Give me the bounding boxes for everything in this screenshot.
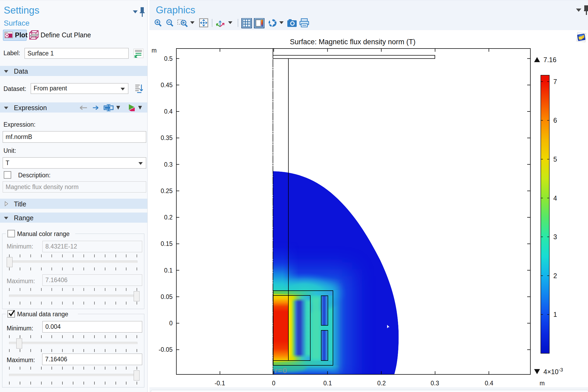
svg-text:0: 0 (169, 320, 173, 327)
svg-text:Surface: Magnetic flux density: Surface: Magnetic flux density norm (T) (290, 38, 415, 46)
svg-text:0.25: 0.25 (161, 187, 173, 194)
svg-text:4: 4 (553, 194, 557, 202)
svg-text:5: 5 (553, 155, 557, 163)
svg-text:3: 3 (553, 233, 557, 241)
svg-text:0: 0 (272, 380, 276, 387)
svg-text:0.45: 0.45 (161, 82, 173, 89)
svg-text:1: 1 (553, 311, 557, 318)
svg-text:-0.1: -0.1 (214, 380, 225, 387)
svg-text:0.4: 0.4 (485, 380, 493, 387)
svg-text:0.2: 0.2 (164, 214, 173, 221)
svg-text:0.1: 0.1 (164, 267, 173, 274)
svg-text:0.3: 0.3 (164, 161, 173, 168)
svg-text:m: m (539, 380, 545, 387)
svg-text:r=0: r=0 (275, 366, 287, 375)
svg-text:0.4: 0.4 (164, 108, 173, 115)
svg-text:6: 6 (553, 117, 557, 124)
svg-text:2: 2 (553, 272, 557, 279)
svg-text:0.5: 0.5 (164, 55, 173, 62)
svg-text:0.35: 0.35 (161, 134, 173, 141)
svg-text:7.16: 7.16 (543, 56, 557, 63)
svg-text:4×10-3: 4×10-3 (543, 367, 563, 375)
svg-text:0.2: 0.2 (377, 380, 386, 387)
svg-text:-0.05: -0.05 (159, 346, 173, 353)
svg-text:0.05: 0.05 (161, 293, 173, 300)
svg-text:7: 7 (553, 78, 557, 85)
svg-text:0.1: 0.1 (323, 380, 332, 387)
svg-text:m: m (152, 47, 157, 54)
svg-text:0.3: 0.3 (431, 380, 439, 387)
svg-text:0.15: 0.15 (161, 240, 173, 247)
